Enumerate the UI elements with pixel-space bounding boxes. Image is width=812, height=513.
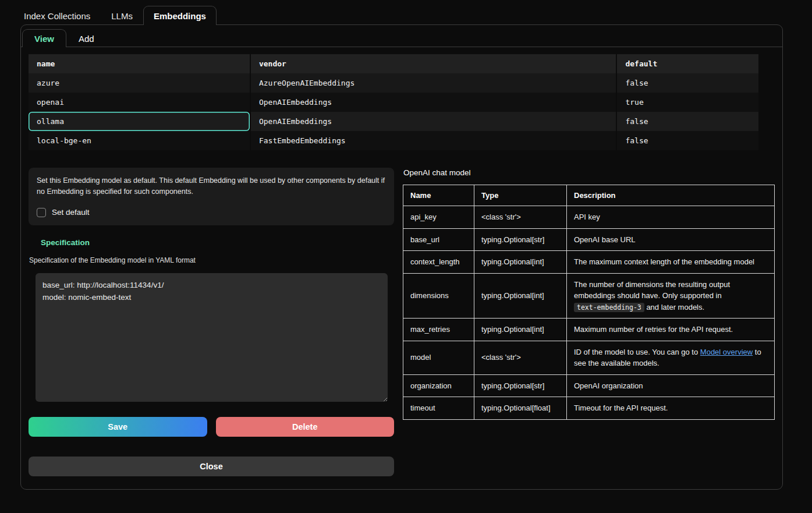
model-table-row: max_retriestyping.Optional[int]Maximum n… — [403, 319, 775, 341]
model-table-header: Name Type Description — [403, 185, 775, 206]
param-name: base_url — [403, 228, 474, 251]
set-default-checkbox[interactable] — [37, 208, 46, 217]
model-table-row: timeouttyping.Optional[float]Timeout for… — [403, 397, 775, 420]
param-description: The maximum context length of the embedd… — [567, 251, 775, 274]
param-name: api_key — [403, 206, 474, 229]
embeddings-table-row[interactable]: azureAzureOpenAIEmbeddingsfalse — [29, 73, 758, 93]
model-table-row: dimensionstyping.Optional[int]The number… — [403, 273, 775, 319]
default-card: Set this Embedding model as default. Thi… — [29, 168, 394, 225]
embeddings-cell-default[interactable]: false — [616, 73, 758, 93]
embeddings-cell-default[interactable]: false — [616, 131, 758, 150]
tab-embeddings[interactable]: Embeddings — [143, 6, 217, 25]
param-name: dimensions — [403, 273, 474, 319]
param-type: typing.Optional[str] — [474, 228, 567, 251]
model-table-row: organizationtyping.Optional[str]OpenAI o… — [403, 374, 775, 397]
embeddings-cell-default[interactable]: true — [616, 93, 758, 112]
param-name: organization — [403, 374, 474, 397]
specification-subtext: Specification of the Embedding model in … — [29, 256, 394, 264]
embeddings-cell-vendor[interactable]: OpenAIEmbeddings — [250, 93, 616, 112]
model-table-row: base_urltyping.Optional[str]OpenAI base … — [403, 228, 775, 251]
embeddings-table-row[interactable]: ollamaOpenAIEmbeddingsfalse — [29, 112, 758, 131]
model-doc-column: OpenAI chat model Name Type Description — [403, 168, 775, 476]
param-type: <class 'str'> — [474, 206, 567, 229]
embeddings-cell-name[interactable]: azure — [29, 73, 250, 93]
embeddings-panel: View Add name vendor default azureAzureO — [20, 24, 783, 490]
param-description: The number of dimensions the resulting o… — [567, 273, 775, 319]
param-description: ID of the model to use. You can go to Mo… — [567, 341, 775, 374]
embeddings-cell-name[interactable]: openai — [29, 93, 250, 112]
param-name: timeout — [403, 397, 474, 420]
embeddings-table-row[interactable]: local-bge-enFastEmbedEmbeddingsfalse — [29, 131, 758, 150]
param-type: typing.Optional[int] — [474, 319, 567, 341]
view-tab-content: name vendor default azureAzureOpenAIEmbe… — [21, 47, 782, 489]
model-params-table: Name Type Description api_key<class 'str… — [403, 185, 775, 420]
view-add-tabs: View Add — [21, 25, 782, 47]
column-header-param-description: Description — [567, 185, 775, 206]
param-type: <class 'str'> — [474, 341, 567, 374]
column-header-default: default — [616, 54, 758, 73]
page: Index Collections LLMs Embeddings View A… — [0, 0, 812, 490]
param-description: API key — [567, 206, 775, 229]
embeddings-table: name vendor default azureAzureOpenAIEmbe… — [29, 54, 758, 150]
tab-add[interactable]: Add — [66, 29, 107, 47]
default-description: Set this Embedding model as default. Thi… — [37, 175, 386, 198]
embeddings-table-header: name vendor default — [29, 54, 758, 73]
column-header-vendor: vendor — [250, 54, 616, 73]
tab-llms[interactable]: LLMs — [101, 6, 143, 25]
param-name: max_retries — [403, 319, 474, 341]
param-name: context_length — [403, 251, 474, 274]
column-header-param-type: Type — [474, 185, 567, 206]
param-description: Timeout for the API request. — [567, 397, 775, 420]
yaml-spec-textarea[interactable] — [36, 273, 388, 402]
set-default-label: Set default — [52, 208, 90, 217]
model-panel-title: OpenAI chat model — [403, 168, 775, 177]
param-name: model — [403, 341, 474, 374]
model-table-body: api_key<class 'str'>API keybase_urltypin… — [403, 206, 775, 420]
param-type: typing.Optional[int] — [474, 273, 567, 319]
detail-area: Set this Embedding model as default. Thi… — [29, 168, 775, 476]
param-type: typing.Optional[float] — [474, 397, 567, 420]
model-table-row: context_lengthtyping.Optional[int]The ma… — [403, 251, 775, 274]
tab-view[interactable]: View — [22, 29, 66, 47]
embeddings-cell-default[interactable]: false — [616, 112, 758, 131]
embeddings-table-body: azureAzureOpenAIEmbeddingsfalseopenaiOpe… — [29, 73, 758, 150]
embeddings-cell-vendor[interactable]: FastEmbedEmbeddings — [250, 131, 616, 150]
specification-heading: Specification — [41, 238, 394, 247]
action-buttons: Save Delete — [29, 417, 394, 437]
param-description: Maximum number of retries for the API re… — [567, 319, 775, 341]
inline-code: text-embedding-3 — [574, 303, 644, 312]
column-header-name: name — [29, 54, 250, 73]
main-tabs: Index Collections LLMs Embeddings — [13, 6, 783, 24]
embeddings-table-row[interactable]: openaiOpenAIEmbeddingstrue — [29, 93, 758, 112]
model-table-row: model<class 'str'>ID of the model to use… — [403, 341, 775, 374]
yaml-editor-wrap — [36, 273, 388, 402]
model-table-row: api_key<class 'str'>API key — [403, 206, 775, 229]
param-type: typing.Optional[str] — [474, 374, 567, 397]
column-header-param-name: Name — [403, 185, 474, 206]
embeddings-cell-name[interactable]: local-bge-en — [29, 131, 250, 150]
embedding-detail-column: Set this Embedding model as default. Thi… — [29, 168, 394, 476]
param-description: OpenAI base URL — [567, 228, 775, 251]
delete-button[interactable]: Delete — [216, 417, 395, 437]
model-overview-link[interactable]: Model overview — [700, 348, 753, 356]
embeddings-cell-name[interactable]: ollama — [29, 112, 250, 131]
set-default-row[interactable]: Set default — [37, 208, 386, 217]
tab-index-collections[interactable]: Index Collections — [13, 6, 101, 25]
close-button[interactable]: Close — [29, 457, 394, 476]
param-type: typing.Optional[int] — [474, 251, 567, 274]
save-button[interactable]: Save — [29, 417, 207, 437]
embeddings-cell-vendor[interactable]: AzureOpenAIEmbeddings — [250, 73, 616, 93]
param-description: OpenAI organization — [567, 374, 775, 397]
embeddings-cell-vendor[interactable]: OpenAIEmbeddings — [250, 112, 616, 131]
